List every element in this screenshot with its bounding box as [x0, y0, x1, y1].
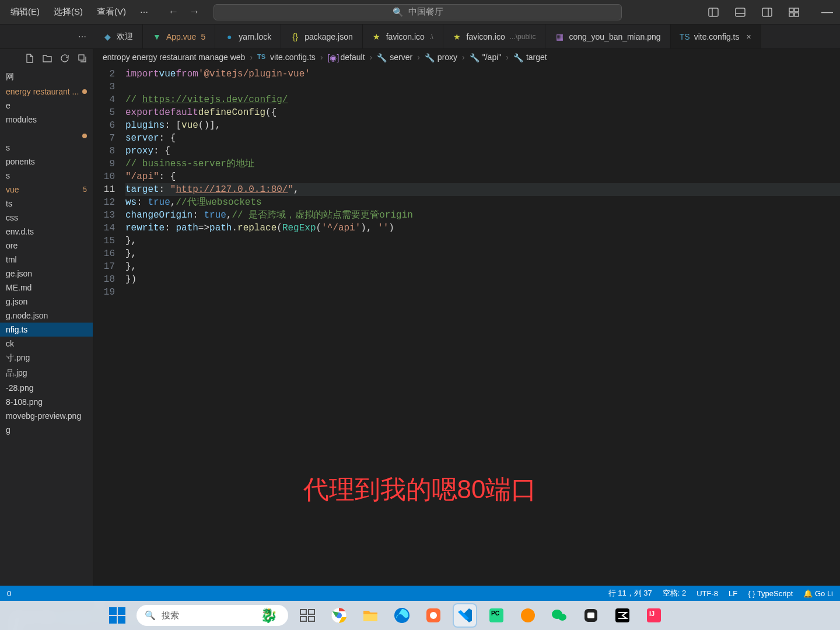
svg-rect-17	[300, 617, 306, 621]
status-left[interactable]: 0	[7, 589, 11, 598]
breadcrumb-item[interactable]: default	[341, 52, 365, 62]
breadcrumb[interactable]: entropy energy restaurant manage web›TSv…	[93, 49, 840, 65]
taskbar-search[interactable]: 🔍 搜索 🐉	[136, 605, 288, 626]
tree-item[interactable]: ge.json	[0, 267, 93, 281]
tab-path: ...\public	[510, 33, 536, 41]
breadcrumb-item[interactable]: vite.config.ts	[270, 52, 316, 62]
tab-welcome[interactable]: ◆ 欢迎	[93, 24, 143, 48]
tree-item[interactable]: ts	[0, 197, 93, 211]
tree-item[interactable]: ck	[0, 337, 93, 351]
wrench-icon: 🔧	[470, 53, 478, 61]
layout-panel-icon[interactable]	[733, 5, 748, 20]
line-gutter: 2345678910111213141516171819	[93, 65, 125, 586]
tab-favicon-2[interactable]: ★ favicon.ico ...\public	[443, 24, 546, 48]
menu-edit[interactable]: 编辑(E)	[5, 3, 46, 21]
status-item[interactable]: 行 11，列 37	[608, 588, 652, 598]
file-explorer-icon[interactable]	[358, 603, 383, 628]
json-icon: {}	[290, 32, 300, 41]
breadcrumb-item[interactable]: entropy energy restaurant manage web	[103, 52, 245, 62]
nav-forward-icon[interactable]: →	[189, 6, 200, 18]
status-item[interactable]: { } TypeScript	[748, 589, 793, 598]
tree-item[interactable]: -28.png	[0, 381, 93, 395]
tree-item[interactable]: ore	[0, 239, 93, 253]
tree-item[interactable]: ponents	[0, 155, 93, 169]
dragon-icon: 🐉	[260, 607, 278, 624]
code-editor[interactable]: 2345678910111213141516171819 import vue …	[93, 65, 840, 586]
collapse-all-icon[interactable]	[78, 54, 87, 65]
svg-point-28	[558, 614, 566, 621]
tree-item[interactable]: g.node.json	[0, 309, 93, 323]
tree-item[interactable]: g.json	[0, 295, 93, 309]
svg-rect-18	[309, 617, 314, 621]
wechat-icon[interactable]	[547, 603, 572, 628]
svg-point-23	[430, 612, 437, 619]
tab-yarn-lock[interactable]: ● yarn.lock	[215, 24, 281, 48]
breadcrumb-item[interactable]: server	[390, 52, 412, 62]
tree-item[interactable]: energy restaurant ...	[0, 85, 93, 99]
layout-primary-sidebar-icon[interactable]	[706, 5, 721, 20]
breadcrumb-item[interactable]: "/api"	[482, 52, 502, 62]
refresh-icon[interactable]	[60, 54, 69, 65]
tree-item[interactable]: modules	[0, 113, 93, 127]
svg-rect-12	[118, 607, 125, 615]
command-center[interactable]: 🔍 中国餐厅	[214, 4, 622, 20]
tree-item[interactable]	[0, 127, 93, 131]
chrome-icon[interactable]	[327, 603, 351, 628]
svg-rect-8	[789, 13, 793, 16]
tree-item[interactable]: 品.jpg	[0, 366, 93, 381]
layout-secondary-sidebar-icon[interactable]	[760, 5, 775, 20]
status-item[interactable]: 🔔 Go Li	[803, 589, 833, 598]
window-minimize-icon[interactable]: —	[819, 3, 835, 21]
tree-item[interactable]: e	[0, 99, 93, 113]
start-button[interactable]	[105, 603, 130, 628]
breadcrumb-item[interactable]: proxy	[438, 52, 457, 62]
svg-rect-6	[789, 8, 793, 12]
tab-app-vue[interactable]: ▼ App.vue 5	[143, 24, 215, 48]
new-folder-icon[interactable]	[43, 54, 52, 65]
close-icon[interactable]: ×	[746, 32, 751, 41]
customize-layout-icon[interactable]	[786, 5, 802, 20]
tab-label: 欢迎	[117, 32, 133, 42]
menu-select[interactable]: 选择(S)	[48, 3, 89, 21]
tree-item[interactable]: g	[0, 423, 93, 437]
tree-item[interactable]: 网	[0, 69, 93, 85]
tree-item[interactable]: nfig.ts	[0, 323, 93, 337]
status-item[interactable]: UTF-8	[696, 589, 718, 598]
tree-item[interactable]: tml	[0, 253, 93, 267]
tree-item[interactable]: vue5	[0, 183, 93, 197]
pycharm-icon[interactable]: PC	[484, 603, 509, 628]
intellij-icon[interactable]: IJ	[642, 603, 666, 628]
tab-favicon-1[interactable]: ★ favicon.ico .\	[363, 24, 443, 48]
menu-view[interactable]: 查看(V)	[91, 3, 132, 21]
edge-icon[interactable]	[390, 603, 414, 628]
new-file-icon[interactable]	[25, 54, 34, 65]
tab-vite-config[interactable]: TS vite.config.ts ×	[671, 24, 761, 48]
status-item[interactable]: LF	[729, 589, 737, 598]
tree-item[interactable]: 寸.png	[0, 351, 93, 366]
tree-item[interactable]: movebg-preview.png	[0, 409, 93, 423]
tab-cong-png[interactable]: ▦ cong_you_ban_mian.png	[545, 24, 670, 48]
status-item[interactable]: 空格: 2	[663, 588, 686, 598]
tab-package-json[interactable]: {} package.json	[281, 24, 363, 48]
menu-more-icon[interactable]: ⋯	[134, 4, 154, 20]
tree-item[interactable]: s	[0, 141, 93, 155]
search-placeholder: 搜索	[162, 610, 179, 621]
vscode-icon: ◆	[103, 32, 112, 41]
vscode-icon[interactable]	[453, 603, 477, 628]
tree-item[interactable]: ME.md	[0, 281, 93, 295]
task-view-icon[interactable]	[295, 603, 320, 628]
code-content[interactable]: import vue from '@vitejs/plugin-vue'// h…	[125, 65, 840, 586]
tree-item[interactable]	[0, 131, 93, 141]
tab-label: favicon.ico	[386, 32, 425, 41]
app-circle-icon[interactable]	[516, 603, 540, 628]
file-tree[interactable]: 网energy restaurant ...emodulessponentssv…	[0, 69, 93, 586]
tree-item[interactable]: env.d.ts	[0, 225, 93, 239]
tree-item[interactable]: 8-108.png	[0, 395, 93, 409]
nav-back-icon[interactable]: ←	[168, 6, 178, 18]
tree-item[interactable]: s	[0, 169, 93, 183]
tree-item[interactable]: css	[0, 211, 93, 225]
capcut-icon[interactable]	[610, 603, 635, 628]
app-orange-icon[interactable]	[421, 603, 446, 628]
app-dark-icon[interactable]	[579, 603, 603, 628]
breadcrumb-item[interactable]: target	[526, 52, 547, 62]
